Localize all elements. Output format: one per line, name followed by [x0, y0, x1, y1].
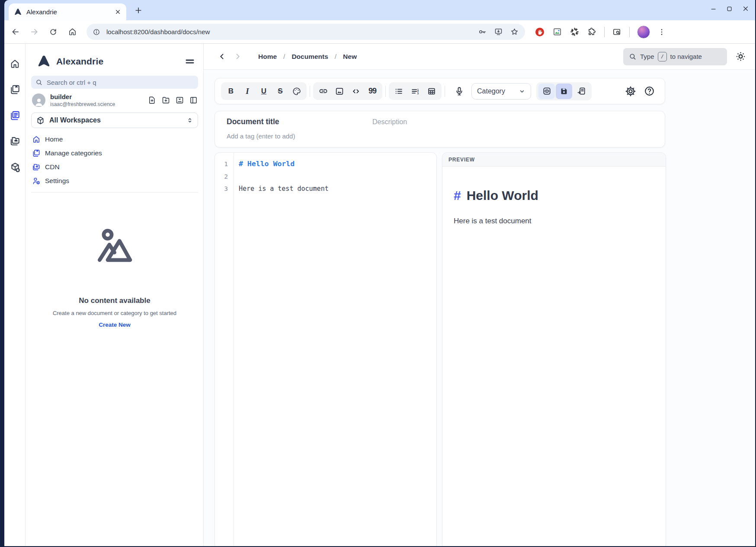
toolbar-separator — [604, 27, 605, 37]
rail-library-icon[interactable] — [4, 81, 26, 98]
sidebar-search-input[interactable] — [47, 79, 194, 86]
numbered-list-icon[interactable]: 123 — [407, 84, 423, 99]
install-app-icon[interactable] — [494, 27, 503, 36]
line-number: 2 — [215, 171, 234, 183]
slash-keycap: / — [658, 52, 667, 61]
microphone-icon[interactable] — [452, 84, 467, 99]
window-minimize-icon[interactable] — [710, 6, 717, 12]
browser-tab[interactable]: Alexandrie — [9, 3, 126, 20]
tab-search-icon[interactable] — [612, 27, 622, 37]
create-new-link[interactable]: Create New — [31, 322, 198, 328]
editor-line[interactable]: Here is a test document — [239, 183, 436, 195]
chevron-down-icon — [519, 88, 525, 95]
strikethrough-button[interactable]: S — [272, 84, 288, 99]
blockquote-icon[interactable]: 99 — [365, 84, 380, 99]
rail-home-icon[interactable] — [4, 55, 26, 72]
extensions-puzzle-icon[interactable] — [587, 27, 597, 37]
user-row: builder isaac@freshbrewed.science — [31, 93, 198, 107]
markdown-editor[interactable]: 1 2 3 # Hello World Here is a test docum… — [215, 152, 437, 546]
breadcrumb-new[interactable]: New — [343, 53, 357, 61]
url-text[interactable]: localhost:8200/dashboard/docs/new — [106, 28, 474, 35]
editor-text-area[interactable]: # Hello World Here is a test document — [234, 153, 436, 546]
rail-documents-icon[interactable] — [4, 107, 26, 124]
tab-close-icon[interactable] — [115, 9, 121, 15]
history-forward-icon[interactable] — [230, 49, 245, 64]
sidebar-search[interactable] — [31, 76, 198, 89]
document-title-input[interactable] — [227, 117, 372, 126]
save-floppy-icon[interactable] — [556, 84, 572, 99]
history-back-icon[interactable] — [214, 49, 230, 64]
breadcrumb-home[interactable]: Home — [258, 53, 277, 61]
rail-package-download-icon[interactable] — [4, 159, 26, 176]
workspace-selector[interactable]: All Workspaces — [31, 113, 198, 128]
category-select[interactable]: Category — [471, 83, 531, 100]
breadcrumb-documents[interactable]: Documents — [292, 53, 328, 61]
rail-media-folder-icon[interactable] — [4, 132, 26, 150]
category-select-value: Category — [477, 87, 519, 95]
empty-state-title: No content available — [31, 296, 198, 305]
sidebar-item-settings[interactable]: Settings — [32, 174, 198, 188]
help-icon[interactable] — [644, 85, 655, 97]
browser-tabstrip: Alexandrie — [4, 0, 755, 20]
spinner-extension-icon[interactable] — [570, 27, 580, 37]
code-icon[interactable] — [348, 84, 364, 99]
sidebar-collapse-icon[interactable] — [184, 56, 195, 67]
password-key-icon[interactable] — [478, 27, 487, 36]
window-close-icon[interactable] — [742, 5, 749, 12]
navigate-hint-prefix: Type — [640, 53, 654, 60]
main-topbar: Home / Documents / New Type / to navigat… — [204, 44, 755, 70]
new-folder-icon[interactable] — [161, 96, 170, 105]
preview-header: PREVIEW — [442, 153, 666, 167]
alexandrie-logo-icon — [37, 54, 51, 68]
format-toolbar: B I U S — [215, 78, 665, 104]
document-tag-input[interactable] — [227, 132, 653, 140]
workspace-selector-value: All Workspaces — [49, 116, 182, 124]
sidebar-item-home[interactable]: Home — [32, 132, 198, 146]
list-group: 123 — [389, 82, 442, 100]
color-palette-icon[interactable] — [289, 84, 304, 99]
editor-line[interactable] — [239, 171, 436, 183]
browser-profile-avatar[interactable] — [637, 26, 650, 39]
sidebar-item-cdn[interactable]: CDN — [32, 160, 198, 174]
bullet-list-icon[interactable] — [391, 84, 407, 99]
preview-pane: PREVIEW # Hello World Here is a test doc… — [442, 152, 666, 546]
insert-group: 99 — [313, 82, 382, 100]
home-button[interactable] — [64, 24, 80, 40]
site-info-icon[interactable] — [93, 28, 100, 36]
window-maximize-icon[interactable] — [726, 6, 733, 12]
editor-settings-gear-icon[interactable] — [625, 85, 637, 97]
user-avatar[interactable] — [32, 93, 45, 107]
table-icon[interactable] — [424, 84, 439, 99]
italic-button[interactable]: I — [240, 84, 255, 99]
document-meta-card — [215, 111, 665, 148]
empty-state: No content available Create a new docume… — [31, 223, 198, 328]
url-bar[interactable]: localhost:8200/dashboard/docs/new — [86, 24, 525, 40]
reload-button[interactable] — [45, 24, 61, 40]
image-icon[interactable] — [332, 84, 347, 99]
adblock-hand-icon[interactable] — [535, 27, 545, 37]
preview-label: PREVIEW — [448, 157, 475, 163]
image-editor-extension-icon[interactable] — [552, 27, 562, 37]
link-icon[interactable] — [315, 84, 331, 99]
bookmark-star-icon[interactable] — [510, 27, 519, 36]
toggle-panel-icon[interactable] — [189, 96, 198, 105]
side-by-side-view-icon[interactable] — [573, 84, 589, 99]
editor-content: B I U S — [204, 70, 755, 546]
editor-line[interactable]: # Hello World — [239, 158, 436, 171]
new-tab-button[interactable] — [134, 6, 143, 15]
quick-navigate-search[interactable]: Type / to navigate — [623, 48, 727, 65]
import-inbox-icon[interactable] — [175, 96, 184, 105]
browser-menu-kebab-icon[interactable] — [657, 28, 666, 36]
document-description-input[interactable] — [372, 118, 653, 126]
forward-button[interactable] — [26, 24, 42, 40]
underline-button[interactable]: U — [256, 84, 272, 99]
sidebar-item-manage-categories[interactable]: Manage categories — [32, 146, 198, 160]
breadcrumb-separator: / — [335, 53, 336, 61]
theme-toggle-sun-icon[interactable] — [735, 51, 746, 62]
back-button[interactable] — [7, 24, 23, 40]
preview-eye-icon[interactable] — [538, 84, 555, 99]
new-document-icon[interactable] — [147, 96, 157, 105]
bold-button[interactable]: B — [223, 84, 239, 99]
breadcrumb: Home / Documents / New — [258, 53, 357, 61]
line-number-gutter: 1 2 3 — [215, 153, 234, 546]
